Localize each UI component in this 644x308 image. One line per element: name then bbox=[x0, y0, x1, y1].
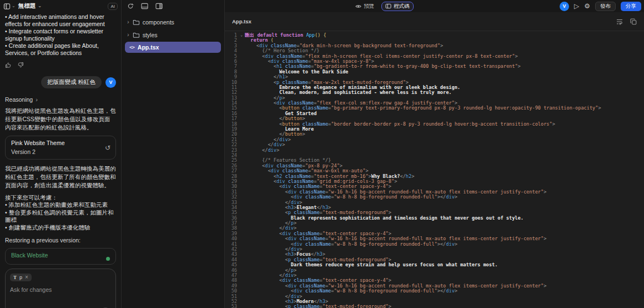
line-number: 30 bbox=[225, 184, 238, 189]
run-button[interactable]: ▷ bbox=[574, 3, 579, 9]
version-subtitle: Version 2 bbox=[11, 148, 110, 156]
code-line-1: 1⌄匯出 default function App() { bbox=[225, 33, 644, 38]
line-number: 12 bbox=[225, 90, 238, 95]
code-line-42: 42 </div> bbox=[225, 247, 644, 252]
chat-sidebar: • Add interactive animations and hover e… bbox=[0, 12, 122, 308]
code-line-4: 4 {/* Hero Section */} bbox=[225, 48, 644, 53]
fold-gutter bbox=[238, 289, 245, 294]
chevron-down-icon: ⌄ bbox=[12, 4, 16, 8]
text-element-icon: T bbox=[13, 275, 17, 280]
line-number: 5 bbox=[225, 54, 238, 59]
line-number: 6 bbox=[225, 59, 238, 64]
fold-gutter bbox=[238, 216, 245, 221]
selected-element-chip[interactable]: T p × bbox=[10, 274, 32, 281]
panel-right-icon bbox=[155, 3, 163, 9]
line-number: 11 bbox=[225, 85, 238, 90]
code-line-27: 27 <div className="max-w-6xl mx-auto"> bbox=[225, 168, 644, 173]
fold-gutter bbox=[238, 252, 245, 257]
copy-icon bbox=[630, 18, 637, 25]
ai-badge[interactable]: AI bbox=[108, 3, 118, 10]
copy-button[interactable] bbox=[630, 18, 637, 25]
fold-gutter bbox=[238, 210, 245, 215]
code-line-33: 33 </div> bbox=[225, 200, 644, 205]
chevron-right-icon: › bbox=[36, 97, 38, 103]
topbar-project-section: ⌄ 無標題 ⌄ AI bbox=[0, 0, 122, 12]
app-logo-button[interactable]: ⌄ bbox=[3, 3, 16, 10]
line-number: 1 bbox=[225, 33, 238, 38]
version-card-pink[interactable]: Pink Website Theme Version 2 ↺ bbox=[5, 136, 116, 160]
chevron-down-icon: ⌄ bbox=[38, 4, 42, 8]
gear-icon: ⚙ bbox=[584, 2, 590, 10]
fold-gutter bbox=[238, 59, 245, 64]
fold-gutter bbox=[238, 262, 245, 267]
chip-tag-label: p bbox=[19, 275, 22, 280]
restore-icon[interactable]: ↺ bbox=[105, 144, 110, 152]
line-number: 37 bbox=[225, 221, 238, 226]
publish-button[interactable]: 發布 bbox=[595, 2, 616, 11]
app-window: ⌄ 無標題 ⌄ AI 預覽 bbox=[0, 0, 644, 308]
line-number: 26 bbox=[225, 163, 238, 168]
tree-file-app-tsx[interactable]: <> App.tsx bbox=[125, 42, 221, 53]
assistant-paragraph: 我已經成功將網站從黑色主題轉換為美麗的粉紅色主題，包括更新了所有的顏色變數和頁面… bbox=[5, 165, 116, 190]
app-logo-icon bbox=[3, 3, 11, 10]
tab-code[interactable]: 程式碼 bbox=[381, 2, 414, 11]
share-button[interactable]: 分享 bbox=[621, 2, 641, 11]
next-step-item: • 整合更多粉紅色調的視覺元素，如圖片和圖標 bbox=[5, 209, 116, 224]
code-line-14: 14 <div className="flex flex-col sm:flex… bbox=[225, 101, 644, 106]
editor-header-actions bbox=[616, 18, 637, 25]
fold-gutter bbox=[238, 179, 245, 184]
thumbs-down-button[interactable] bbox=[17, 62, 24, 68]
code-line-50: 50 <div className="w-8 h-8 bg-foreground… bbox=[225, 289, 644, 294]
code-line-48: 48 <div className="text-center space-y-4… bbox=[225, 278, 644, 283]
version-title: Black Website bbox=[11, 252, 110, 259]
view-tabs: 預覽 程式碼 bbox=[352, 0, 414, 12]
composer-input[interactable]: T p × Ask for changes + ↑ bbox=[5, 269, 116, 308]
code-editor-panel: App.tsx 1⌄匯出 default function App() {2 r… bbox=[225, 12, 644, 308]
reasoning-toggle[interactable]: Reasoning › bbox=[5, 96, 38, 103]
line-number: 51 bbox=[225, 294, 238, 299]
panel-right-button[interactable] bbox=[155, 3, 163, 9]
fold-gutter bbox=[238, 142, 245, 147]
thumbs-up-button[interactable] bbox=[5, 62, 12, 68]
line-number: 23 bbox=[225, 148, 238, 153]
line-number: 21 bbox=[225, 137, 238, 142]
line-number: 39 bbox=[225, 231, 238, 236]
remove-chip-icon[interactable]: × bbox=[25, 275, 28, 280]
code-line-52: 52 <h3>Modern</h3> bbox=[225, 299, 644, 304]
project-title-button[interactable]: 無標題 ⌄ bbox=[18, 2, 42, 10]
code-line-44: 44 <p className="text-muted-foreground"> bbox=[225, 257, 644, 262]
tree-folder-components[interactable]: ›components bbox=[122, 16, 224, 28]
line-number: 16 bbox=[225, 111, 238, 116]
fold-gutter bbox=[238, 111, 245, 116]
line-number: 48 bbox=[225, 278, 238, 283]
fold-gutter bbox=[238, 158, 245, 163]
tab-preview-label: 預覽 bbox=[364, 3, 374, 10]
line-number: 28 bbox=[225, 174, 238, 179]
code-line-47: 47 </div> bbox=[225, 273, 644, 278]
fold-arrow-icon[interactable]: ⌄ bbox=[238, 33, 245, 38]
suggestion-item: • Create additional pages like About, Se… bbox=[5, 42, 116, 57]
assistant-suggestions: • Add interactive animations and hover e… bbox=[5, 13, 116, 57]
fold-gutter bbox=[238, 195, 245, 200]
code-line-12: 12 Clean, modern, and sophisticated - wh… bbox=[225, 90, 644, 95]
code-line-2: 2 return ( bbox=[225, 38, 644, 43]
wrap-text-button[interactable] bbox=[616, 18, 623, 25]
line-number: 50 bbox=[225, 289, 238, 294]
version-card-black[interactable]: Black Website bbox=[5, 248, 116, 265]
code-area[interactable]: 1⌄匯出 default function App() {2 return (3… bbox=[225, 32, 644, 308]
code-line-53: 53 <p className="text-muted-foreground"> bbox=[225, 304, 644, 308]
code-line-51: 51 </div> bbox=[225, 294, 644, 299]
thumbs-up-icon bbox=[5, 62, 12, 68]
tab-preview[interactable]: 預覽 bbox=[352, 2, 378, 11]
line-number: 47 bbox=[225, 273, 238, 278]
panel-bottom-button[interactable] bbox=[141, 3, 148, 9]
folder-name: components bbox=[143, 19, 174, 26]
code-line-8: 8 Welcome to the Dark Side bbox=[225, 69, 644, 74]
line-number: 9 bbox=[225, 74, 238, 80]
line-number: 38 bbox=[225, 226, 238, 231]
user-avatar[interactable]: V bbox=[560, 2, 569, 11]
line-number: 42 bbox=[225, 247, 238, 252]
refresh-button[interactable] bbox=[127, 3, 134, 9]
tree-folder-styles[interactable]: ›styles bbox=[122, 29, 224, 41]
settings-button[interactable]: ⚙ bbox=[584, 3, 590, 9]
